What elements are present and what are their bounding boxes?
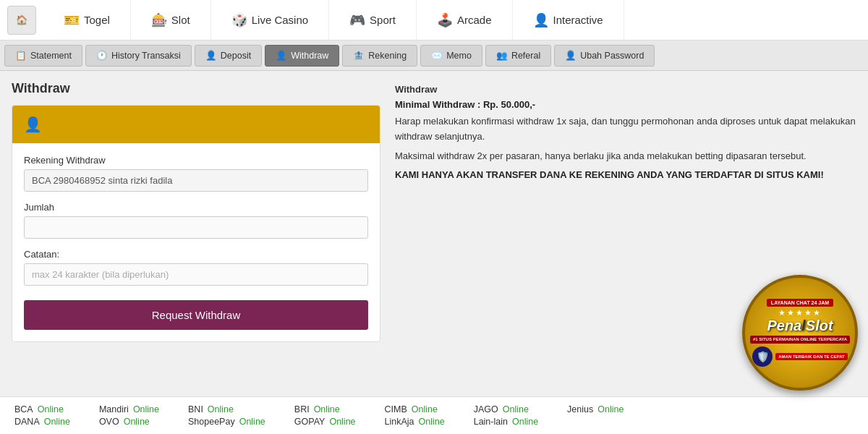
badge-stars: ★★★★★ — [778, 308, 822, 318]
bank-mandiri-row: Mandiri Online — [99, 404, 159, 414]
bank-status-mandiri: Online — [133, 404, 159, 414]
bank-bri-row: BRI Online — [294, 404, 356, 414]
bank-mandiri-ovo: Mandiri Online OVO Online — [99, 404, 159, 427]
form-header: 👤 — [12, 106, 380, 143]
info-line3: Maksimal withdraw 2x per pasaran, hanya … — [395, 149, 856, 164]
jumlah-input[interactable] — [24, 216, 368, 239]
bank-linkaja-row: LinkAja Online — [385, 417, 445, 427]
main-content: Withdraw 👤 Rekening Withdraw Jumlah Cata… — [0, 71, 868, 352]
bank-name-linkaja: LinkAja — [385, 417, 414, 427]
badge-shield-icon: 🛡️ — [752, 346, 773, 367]
referal-icon: 👥 — [496, 50, 508, 61]
bank-bni-shopeepay: BNI Online ShopeePay Online — [188, 404, 265, 427]
form-body: Rekening Withdraw Jumlah Catatan: Reques… — [12, 143, 380, 341]
bank-name-bni: BNI — [188, 404, 203, 414]
bank-status-bni: Online — [208, 404, 234, 414]
nav-label-interactive: Interactive — [553, 14, 603, 26]
subnav-history-transaksi[interactable]: 🕐 History Transaksi — [85, 45, 192, 67]
nav-item-live-casino[interactable]: 🎲 Live Casino — [211, 0, 329, 40]
badge-top-text: LAYANAN CHAT 24 JAM — [767, 299, 833, 307]
bank-jago-row: JAGO Online — [474, 404, 538, 414]
bank-jago-lainlain: JAGO Online Lain-lain Online — [474, 404, 538, 427]
deposit-icon: 👤 — [205, 50, 217, 61]
subnav-memo[interactable]: ✉️ Memo — [420, 45, 482, 67]
catatan-group: Catatan: — [24, 249, 368, 286]
bank-status-gopay: Online — [329, 417, 355, 427]
bank-status-jenius: Online — [597, 404, 624, 414]
subnav-ubah-password[interactable]: 👤 Ubah Password — [554, 45, 655, 67]
sport-icon: 🎮 — [349, 12, 365, 28]
nav-label-slot: Slot — [171, 14, 190, 26]
bank-name-dana: DANA — [14, 417, 40, 427]
bank-status-cimb: Online — [412, 404, 438, 414]
nav-item-slot[interactable]: 🎰 Slot — [131, 0, 211, 40]
bank-status-ovo: Online — [124, 417, 150, 427]
bank-name-lainlain: Lain-lain — [474, 417, 508, 427]
info-title: Withdraw — [395, 84, 856, 95]
subnav-rekening[interactable]: 🏦 Rekening — [342, 45, 417, 67]
catatan-label: Catatan: — [24, 249, 368, 260]
bank-name-gopay: GOPAY — [294, 417, 326, 427]
info-minimal: Minimal Withdraw : Rp. 50.000,- — [395, 99, 856, 110]
subnav-withdraw[interactable]: 👤 Withdraw — [265, 45, 339, 67]
statement-icon: 📋 — [15, 50, 27, 61]
bank-name-jago: JAGO — [474, 404, 498, 414]
bank-cimb-linkaja: CIMB Online LinkAja Online — [385, 404, 445, 427]
togel-icon: 🎫 — [64, 12, 80, 28]
footer: BCA Online DANA Online Mandiri Online OV… — [0, 396, 868, 434]
badge-sub-text: #1 SITUS PERMAINAN ONLINE TERPERCAYA — [750, 336, 850, 344]
live-casino-icon: 🎲 — [231, 12, 247, 28]
home-button[interactable]: 🏠 — [7, 6, 36, 35]
bank-bni-row: BNI Online — [188, 404, 265, 414]
slot-icon: 🎰 — [151, 12, 167, 28]
home-icon: 🏠 — [16, 14, 27, 25]
arcade-icon: 🕹️ — [437, 12, 453, 28]
jumlah-label: Jumlah — [24, 202, 368, 213]
bank-bri-gopay: BRI Online GOPAY Online — [294, 404, 356, 427]
page-title: Withdraw — [12, 81, 380, 96]
badge-brand: Pena/Slot — [767, 318, 833, 333]
jumlah-group: Jumlah — [24, 202, 368, 239]
bank-status-bri: Online — [314, 404, 340, 414]
nav-item-interactive[interactable]: 👤 Interactive — [513, 0, 624, 40]
bank-name-cimb: CIMB — [385, 404, 407, 414]
bank-cimb-row: CIMB Online — [385, 404, 445, 414]
info-line4: KAMI HANYA AKAN TRANSFER DANA KE REKENIN… — [395, 169, 856, 180]
bank-jenius-row: Jenius Online — [567, 404, 624, 414]
bank-shopeepay-row: ShopeePay Online — [188, 417, 265, 427]
badge-bottom-text: AMAN TERBAIK DAN TE CEPAT — [775, 353, 847, 360]
left-panel: Withdraw 👤 Rekening Withdraw Jumlah Cata… — [12, 81, 380, 342]
rekening-field — [24, 169, 368, 192]
sub-nav: 📋 Statement 🕐 History Transaksi 👤 Deposi… — [0, 41, 868, 71]
info-line2: Harap melakukan konfirmasi withdraw 1x s… — [395, 114, 856, 145]
nav-label-togel: Togel — [84, 14, 110, 26]
memo-icon: ✉️ — [431, 50, 443, 61]
bank-ovo-row: OVO Online — [99, 417, 159, 427]
rekening-icon: 🏦 — [353, 50, 365, 61]
bank-bca-row: BCA Online — [14, 404, 70, 414]
user-icon: 👤 — [24, 116, 42, 133]
interactive-icon: 👤 — [533, 12, 549, 28]
request-withdraw-button[interactable]: Request Withdraw — [24, 300, 368, 330]
bank-lainlain-row: Lain-lain Online — [474, 417, 538, 427]
bank-status-bca: Online — [38, 404, 64, 414]
nav-label-live-casino: Live Casino — [252, 14, 308, 26]
nav-item-arcade[interactable]: 🕹️ Arcade — [417, 0, 513, 40]
nav-item-togel[interactable]: 🎫 Togel — [43, 0, 131, 40]
bank-status-shopeepay: Online — [239, 417, 265, 427]
bank-jenius: Jenius Online — [567, 404, 624, 414]
bank-name-bri: BRI — [294, 404, 310, 414]
subnav-deposit[interactable]: 👤 Deposit — [195, 45, 262, 67]
bank-name-jenius: Jenius — [567, 404, 593, 414]
nav-label-sport: Sport — [370, 14, 396, 26]
bank-dana-row: DANA Online — [14, 417, 70, 427]
catatan-input[interactable] — [24, 263, 368, 286]
bank-gopay-row: GOPAY Online — [294, 417, 356, 427]
top-nav: 🏠 🎫 Togel 🎰 Slot 🎲 Live Casino 🎮 Sport 🕹… — [0, 0, 868, 41]
brand-badge: LAYANAN CHAT 24 JAM ★★★★★ Pena/Slot #1 S… — [742, 275, 858, 391]
nav-label-arcade: Arcade — [457, 14, 492, 26]
subnav-referal[interactable]: 👥 Referal — [485, 45, 551, 67]
nav-item-sport[interactable]: 🎮 Sport — [329, 0, 417, 40]
subnav-statement[interactable]: 📋 Statement — [4, 45, 82, 67]
bank-name-shopeepay: ShopeePay — [188, 417, 235, 427]
